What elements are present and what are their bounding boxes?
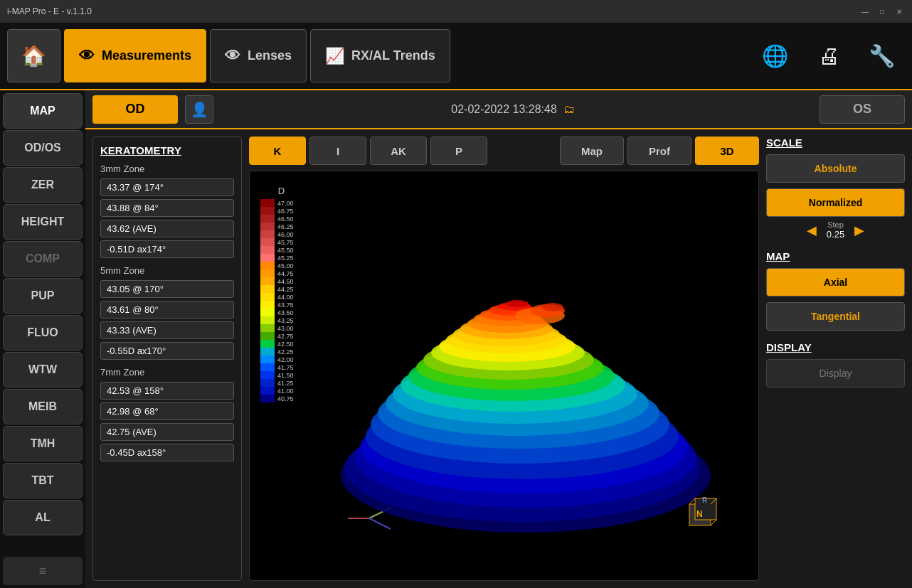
- sidebar-item-tbt[interactable]: TBT: [3, 463, 83, 498]
- sidebar-item-height[interactable]: HEIGHT: [3, 204, 83, 240]
- sidebar-label-fluo: FLUO: [27, 326, 58, 339]
- scale-number: 44.50: [277, 278, 302, 285]
- scale-color-swatch: [260, 269, 275, 277]
- tangential-button[interactable]: Tangential: [766, 302, 905, 331]
- scale-number: 47.00: [277, 200, 302, 207]
- tab-prof[interactable]: Prof: [627, 137, 691, 165]
- svg-line-34: [711, 520, 716, 525]
- globe-icon[interactable]: 🌐: [752, 33, 798, 79]
- sidebar-item-meib[interactable]: MEIB: [3, 389, 83, 424]
- od-button[interactable]: OD: [92, 95, 178, 124]
- sidebar-item-tmh[interactable]: TMH: [3, 426, 83, 461]
- app-title: i-MAP Pro - E - v.1.1.0: [7, 6, 92, 16]
- scale-row: 45.50: [260, 246, 302, 254]
- scale-color-swatch: [260, 324, 275, 332]
- maximize-button[interactable]: □: [876, 6, 888, 17]
- scale-row: 41.75: [260, 363, 302, 371]
- person-icon-button[interactable]: 👤: [185, 95, 213, 124]
- tab-ak[interactable]: AK: [370, 137, 427, 165]
- tab-rxal[interactable]: 📈 RX/AL Trends: [310, 29, 450, 82]
- scale-row: 46.25: [260, 223, 302, 230]
- scale-row: 42.75: [260, 332, 302, 340]
- measurements-icon: 👁: [79, 47, 95, 65]
- scale-number: 42.00: [277, 356, 302, 363]
- tab-map[interactable]: Map: [560, 137, 624, 165]
- sidebar-item-pup[interactable]: PUP: [3, 278, 83, 314]
- rxal-icon: 📈: [325, 47, 344, 65]
- step-increase-button[interactable]: ▶: [850, 221, 868, 239]
- scale-color-swatch: [260, 199, 275, 207]
- scale-number: 42.75: [277, 333, 302, 340]
- scale-row: 44.00: [260, 293, 302, 301]
- visualization-container: D 47.0046.7546.5046.2546.0045.7545.5045.…: [249, 171, 759, 581]
- view-tabs: K I AK P Map Prof: [249, 137, 759, 165]
- scale-number: 46.50: [277, 215, 302, 223]
- scale-number: 43.75: [277, 301, 302, 309]
- settings-icon[interactable]: 🔧: [859, 33, 905, 79]
- scale-row: 44.25: [260, 285, 302, 293]
- close-button[interactable]: ✕: [894, 6, 905, 17]
- os-button[interactable]: OS: [820, 95, 905, 124]
- tab-k-label: K: [274, 145, 282, 157]
- scale-color-swatch: [260, 238, 275, 246]
- normalized-button[interactable]: Normalized: [766, 188, 905, 217]
- sidebar-bottom-btn[interactable]: ≡: [3, 557, 83, 585]
- sidebar-item-wtw[interactable]: WTW: [3, 352, 83, 387]
- sidebar-item-fluo[interactable]: FLUO: [3, 315, 83, 351]
- scale-color-swatch: [260, 316, 275, 324]
- kerat-5mm-val1: 43.05 @ 170°: [100, 280, 234, 298]
- sidebar-item-al[interactable]: AL: [3, 500, 83, 535]
- scale-number: 41.25: [277, 380, 302, 387]
- step-label: Step: [827, 220, 844, 229]
- print-icon[interactable]: 🖨: [805, 33, 852, 79]
- scale-label: D: [278, 186, 285, 196]
- axial-button[interactable]: Axial: [766, 268, 905, 296]
- scale-row: 43.25: [260, 316, 302, 324]
- absolute-button[interactable]: Absolute: [766, 154, 905, 183]
- tab-k[interactable]: K: [249, 137, 306, 165]
- home-button[interactable]: 🏠: [7, 29, 60, 82]
- scale-row: 45.00: [260, 262, 302, 269]
- keratometry-title: KERATOMETRY: [100, 144, 234, 156]
- sidebar-label-tmh: TMH: [31, 437, 55, 450]
- sidebar-label-zer: ZER: [31, 178, 54, 191]
- scale-row: 47.00: [260, 199, 302, 207]
- sidebar-item-odos[interactable]: OD/OS: [3, 130, 83, 166]
- display-section: DISPLAY Display: [766, 341, 905, 387]
- tab-lenses[interactable]: 👁 Lenses: [210, 29, 307, 82]
- tab-measurements[interactable]: 👁 Measurements: [64, 29, 206, 82]
- sidebar-item-zer[interactable]: ZER: [3, 167, 83, 203]
- sidebar-label-height: HEIGHT: [21, 215, 64, 228]
- scale-row: 46.75: [260, 207, 302, 215]
- nav-right-icons: 🌐 🖨 🔧: [752, 33, 905, 79]
- scale-number: 45.50: [277, 247, 302, 254]
- od-os-bar: OD 👤 02-02-2022 13:28:48 🗂 OS: [85, 90, 912, 129]
- sidebar-label-map: MAP: [30, 105, 55, 117]
- tab-3d[interactable]: 3D: [695, 137, 759, 165]
- tab-rxal-label: RX/AL Trends: [351, 48, 435, 63]
- sidebar-item-comp[interactable]: COMP: [3, 241, 83, 277]
- kerat-7mm-val4: -0.45D ax158°: [100, 444, 234, 461]
- sidebar-label-pup: PUP: [31, 289, 55, 302]
- display-button[interactable]: Display: [766, 359, 905, 387]
- scale-color-swatch: [260, 332, 275, 340]
- scale-row: 41.00: [260, 387, 302, 395]
- scale-row: 41.50: [260, 371, 302, 379]
- minimize-button[interactable]: —: [859, 6, 871, 17]
- sidebar-item-map[interactable]: MAP: [3, 93, 83, 129]
- kerat-5mm-val2: 43.61 @ 80°: [100, 301, 234, 319]
- center-view: K I AK P Map Prof: [249, 137, 759, 581]
- scale-color-swatch: [260, 363, 275, 371]
- tab-i[interactable]: I: [309, 137, 366, 165]
- tab-measurements-label: Measurements: [102, 48, 191, 63]
- tab-prof-label: Prof: [649, 145, 670, 157]
- scale-color-swatch: [260, 246, 275, 254]
- kerat-7mm-val3: 42.75 (AVE): [100, 423, 234, 441]
- tab-p[interactable]: P: [430, 137, 487, 165]
- kerat-3mm-val2: 43.88 @ 84°: [100, 199, 234, 217]
- person-icon: 👤: [191, 101, 208, 118]
- stethoscope-icon: 🗂: [563, 103, 575, 115]
- kerat-3mm-val3: 43.62 (AVE): [100, 220, 234, 237]
- step-decrease-button[interactable]: ◀: [803, 221, 821, 239]
- window-controls: — □ ✕: [859, 6, 905, 17]
